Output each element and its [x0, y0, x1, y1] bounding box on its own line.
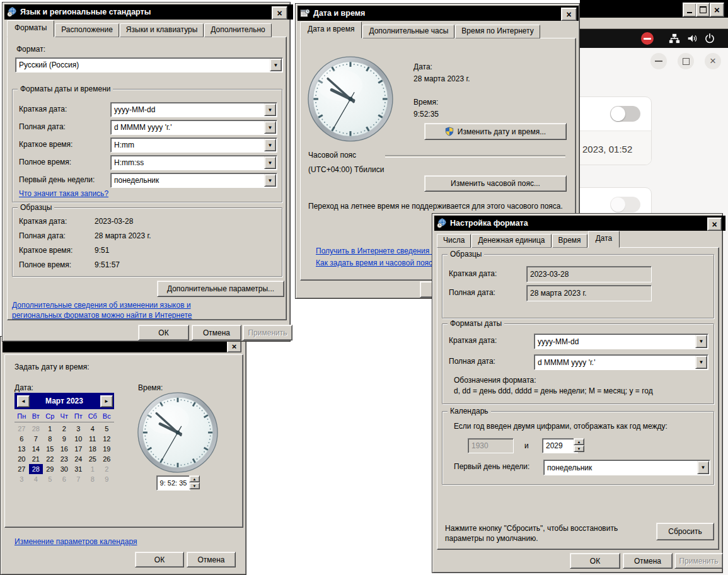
tab-date-and-time[interactable]: Дата и время	[300, 21, 362, 38]
dropdown-arrow-icon[interactable]: ▼	[270, 59, 282, 71]
short-time-combobox[interactable]: H:mm ▼	[110, 137, 277, 153]
calendar-day[interactable]: 10	[71, 434, 86, 444]
dropdown-arrow-icon[interactable]: ▼	[264, 156, 276, 169]
close-button[interactable]: ×	[707, 218, 722, 231]
calendar-next-button[interactable]: ►	[100, 395, 113, 407]
calendar-day[interactable]: 12	[100, 434, 114, 444]
first-day-combobox[interactable]: понедельник ▼	[543, 460, 710, 475]
calendar-day[interactable]: 8	[43, 434, 57, 444]
datetime-row[interactable]: rch 2023, 01:52	[580, 131, 651, 165]
close-button[interactable]: ×	[561, 8, 577, 21]
tab-time[interactable]: Время	[552, 234, 587, 248]
dropdown-arrow-icon[interactable]: ▼	[264, 139, 276, 151]
modern-restore-button[interactable]	[678, 53, 694, 69]
calendar-day[interactable]: 3	[71, 424, 86, 434]
dropdown-arrow-icon[interactable]: ▼	[264, 103, 276, 116]
close-button[interactable]: ×	[227, 340, 241, 352]
long-time-combobox[interactable]: H:mm:ss ▼	[110, 155, 277, 170]
calendar-day[interactable]: 27	[14, 464, 29, 474]
change-datetime-button[interactable]: Изменить дату и время...	[424, 123, 567, 140]
calendar-day[interactable]: 23	[57, 454, 72, 464]
calendar-day[interactable]: 7	[71, 474, 86, 484]
calendar-day[interactable]: 25	[86, 454, 100, 464]
calendar-day[interactable]: 27	[14, 424, 29, 434]
year-spinner[interactable]: ▲ ▼	[574, 438, 584, 452]
calendar-day[interactable]: 5	[43, 474, 57, 484]
auto-datetime-toggle[interactable]	[610, 106, 640, 122]
cancel-button[interactable]: Отмена	[623, 553, 673, 569]
calendar-day[interactable]: 3	[14, 474, 29, 484]
ok-button[interactable]: ОК	[138, 325, 189, 340]
calendar-day[interactable]: 18	[86, 444, 100, 454]
calendar-day[interactable]: 28	[29, 424, 43, 434]
long-date-combobox[interactable]: d MMMM yyyy 'г.' ▼	[110, 120, 277, 135]
calendar-day[interactable]: 26	[100, 454, 114, 464]
what-notation-link[interactable]: Что значит такая запись?	[19, 189, 108, 198]
tab-location[interactable]: Расположение	[55, 23, 119, 37]
calendar-day[interactable]: 5	[100, 424, 114, 434]
calendar-day[interactable]: 7	[29, 434, 43, 444]
calendar-day[interactable]: 21	[29, 454, 43, 464]
calendar-day[interactable]: 29	[43, 464, 57, 474]
calendar-day[interactable]: 4	[86, 424, 100, 434]
calendar-day[interactable]: 30	[57, 464, 72, 474]
long-date-combobox[interactable]: d MMMM yyyy 'г.' ▼	[534, 354, 708, 370]
calendar-day[interactable]: 1	[86, 464, 100, 474]
calendar-settings-link[interactable]: Изменение параметров календаря	[14, 537, 137, 546]
calendar-day[interactable]: 24	[71, 454, 86, 464]
network-icon[interactable]	[669, 33, 680, 44]
tab-formats[interactable]: Форматы	[7, 20, 54, 37]
first-day-combobox[interactable]: понедельник ▼	[110, 173, 277, 188]
tab-numbers[interactable]: Числа	[437, 234, 471, 248]
year-to-field[interactable]: 2029	[542, 438, 578, 453]
more-info-link[interactable]: Дополнительные сведения об изменении язы…	[12, 300, 240, 320]
short-date-combobox[interactable]: yyyy-MM-dd ▼	[110, 102, 277, 117]
calendar-day[interactable]: 2	[57, 424, 72, 434]
tab-currency[interactable]: Денежная единица	[471, 234, 551, 248]
calendar-day[interactable]: 28	[29, 464, 43, 474]
tab-additional-clocks[interactable]: Дополнительные часы	[362, 25, 454, 38]
cancel-button[interactable]: Отмена	[187, 552, 236, 567]
howto-link[interactable]: Как задать время и часовой пояс?	[316, 258, 437, 267]
calendar-prev-button[interactable]: ◄	[17, 395, 30, 407]
spin-up-button[interactable]: ▲	[189, 475, 200, 482]
calendar-day[interactable]: 6	[14, 434, 29, 444]
close-button[interactable]: ×	[710, 3, 724, 17]
change-timezone-button[interactable]: Изменить часовой пояс...	[424, 175, 567, 192]
time-spinner-buttons[interactable]: ▲ ▼	[189, 475, 200, 489]
spin-up-button[interactable]: ▲	[574, 438, 584, 445]
time-spinner-field[interactable]: 9: 52: 35	[156, 475, 190, 491]
tab-date[interactable]: Дата	[588, 231, 620, 248]
cancel-button[interactable]: Отмена	[192, 325, 241, 340]
dropdown-arrow-icon[interactable]: ▼	[264, 174, 276, 187]
spin-down-button[interactable]: ▼	[574, 445, 584, 452]
advanced-settings-button[interactable]: Дополнительные параметры...	[157, 281, 284, 297]
calendar-day[interactable]: 16	[57, 444, 72, 454]
calendar-day[interactable]: 4	[29, 474, 43, 484]
dropdown-arrow-icon[interactable]: ▼	[264, 121, 276, 134]
dropdown-arrow-icon[interactable]: ▼	[695, 335, 707, 348]
dropdown-arrow-icon[interactable]: ▼	[695, 356, 707, 369]
calendar-day[interactable]: 22	[43, 454, 57, 464]
calendar-day[interactable]: 8	[86, 474, 100, 484]
dropdown-arrow-icon[interactable]: ▼	[697, 461, 709, 474]
calendar-day[interactable]: 11	[86, 434, 100, 444]
ok-button[interactable]: ОК	[570, 553, 620, 569]
modern-minimize-button[interactable]	[650, 53, 667, 69]
calendar-day[interactable]: 2	[100, 464, 114, 474]
calendar-day[interactable]: 15	[43, 444, 57, 454]
calendar-day[interactable]: 9	[100, 474, 114, 484]
second-card-toggle[interactable]	[610, 197, 640, 212]
tab-advanced[interactable]: Дополнительно	[204, 23, 271, 37]
tab-keyboards[interactable]: Языки и клавиатуры	[120, 23, 204, 37]
maximize-button[interactable]	[696, 3, 710, 17]
calendar-day[interactable]: 17	[71, 444, 86, 454]
calendar-day[interactable]: 31	[71, 464, 86, 474]
tab-internet-time[interactable]: Время по Интернету	[455, 25, 540, 38]
calendar-day[interactable]: 6	[57, 474, 72, 484]
ok-button[interactable]: ОК	[135, 552, 184, 567]
modern-close-button[interactable]: ×	[705, 53, 721, 69]
short-date-combobox[interactable]: yyyy-MM-dd ▼	[534, 334, 708, 349]
internet-time-link[interactable]: Получить в Интернете сведения о	[316, 247, 436, 255]
calendar-day[interactable]: 13	[14, 444, 29, 454]
